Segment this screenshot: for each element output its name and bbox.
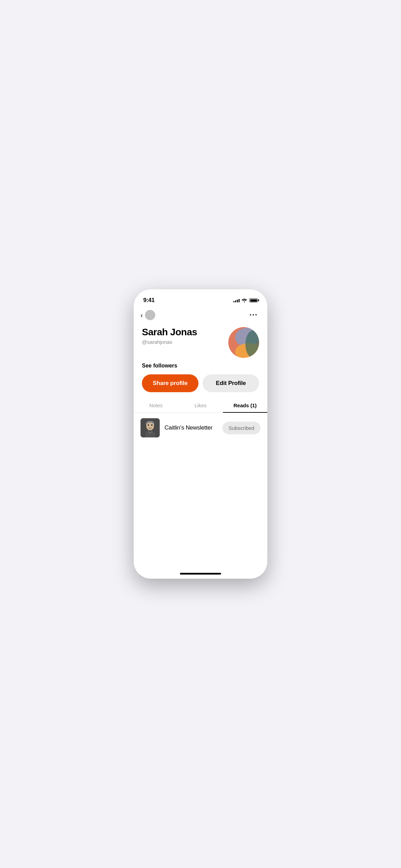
newsletter-thumbnail <box>141 418 160 437</box>
profile-top: Sarah Jonas @sarahjonas <box>142 327 259 358</box>
profile-handle: @sarahjonas <box>142 339 223 345</box>
back-button[interactable]: ‹ <box>141 310 155 320</box>
see-followers-button[interactable]: See followers <box>142 363 259 369</box>
list-item[interactable]: Caitlin's Newsletter Subscribed <box>134 413 267 443</box>
wifi-icon <box>242 298 247 302</box>
status-icons <box>233 298 258 302</box>
newsletter-name: Caitlin's Newsletter <box>165 424 218 431</box>
home-bar <box>180 573 221 575</box>
svg-point-9 <box>151 424 153 426</box>
tabs: Notes Likes Reads (1) <box>134 392 267 413</box>
phone-frame: 9:41 ‹ ··· <box>134 289 267 579</box>
edit-profile-button[interactable]: Edit Profile <box>203 374 259 392</box>
battery-icon <box>249 298 258 302</box>
content-area: Caitlin's Newsletter Subscribed <box>134 413 267 570</box>
profile-name: Sarah Jonas <box>142 327 223 338</box>
profile-avatar <box>228 327 259 358</box>
profile-info: Sarah Jonas @sarahjonas <box>142 327 223 345</box>
subscribed-button[interactable]: Subscribed <box>222 422 260 434</box>
back-chevron-icon: ‹ <box>141 311 143 319</box>
tab-reads[interactable]: Reads (1) <box>223 399 267 412</box>
svg-point-8 <box>148 424 149 426</box>
home-indicator <box>134 570 267 579</box>
tab-notes[interactable]: Notes <box>134 399 178 412</box>
more-button[interactable]: ··· <box>247 309 260 321</box>
status-bar: 9:41 <box>134 289 267 306</box>
share-profile-button[interactable]: Share profile <box>142 374 198 392</box>
back-avatar <box>145 310 155 320</box>
profile-section: Sarah Jonas @sarahjonas See followers <box>134 324 267 369</box>
action-buttons: Share profile Edit Profile <box>134 369 267 392</box>
status-time: 9:41 <box>143 297 155 304</box>
header: ‹ ··· <box>134 306 267 324</box>
signal-icon <box>233 298 240 302</box>
avatar-image <box>228 327 259 358</box>
tab-likes[interactable]: Likes <box>178 399 223 412</box>
newsletter-avatar-image <box>141 418 160 437</box>
